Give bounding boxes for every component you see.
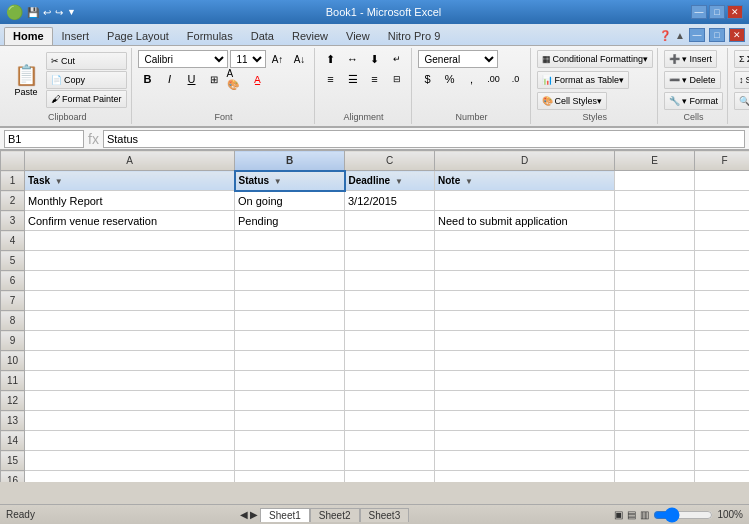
cell-E14[interactable] [615,431,695,451]
copy-button[interactable]: 📄 Copy [46,71,127,89]
cell-F13[interactable] [695,411,750,431]
tab-review[interactable]: Review [283,27,337,45]
cell-E11[interactable] [615,371,695,391]
cell-A15[interactable] [25,451,235,471]
row-number-7[interactable]: 7 [1,291,25,311]
cell-F8[interactable] [695,311,750,331]
cell-B4[interactable] [235,231,345,251]
ribbon-minimize-icon[interactable]: ▲ [675,30,685,41]
cell-A1[interactable]: Task ▼ [25,171,235,191]
maximize-button[interactable]: □ [709,5,725,19]
format-as-table-button[interactable]: 📊 Format as Table▾ [537,71,629,89]
cell-A6[interactable] [25,271,235,291]
cell-C8[interactable] [345,311,435,331]
font-color-button[interactable]: A̲ [248,70,268,88]
cell-F11[interactable] [695,371,750,391]
app-close-btn[interactable]: ✕ [729,28,745,42]
sheet-nav-prev[interactable]: ◀ [240,509,248,520]
cell-F10[interactable] [695,351,750,371]
cell-B9[interactable] [235,331,345,351]
row-number-12[interactable]: 12 [1,391,25,411]
cell-C3[interactable] [345,211,435,231]
tab-view[interactable]: View [337,27,379,45]
percent-button[interactable]: % [440,70,460,88]
cell-A8[interactable] [25,311,235,331]
decrease-decimal-button[interactable]: .0 [506,70,526,88]
quick-access-redo[interactable]: ↪ [55,7,63,18]
align-right-button[interactable]: ≡ [365,70,385,88]
wrap-text-button[interactable]: ↵ [387,50,407,68]
cell-D14[interactable] [435,431,615,451]
cell-E15[interactable] [615,451,695,471]
cell-E4[interactable] [615,231,695,251]
page-break-view-btn[interactable]: ▥ [640,509,649,520]
cell-A10[interactable] [25,351,235,371]
cell-D6[interactable] [435,271,615,291]
row-number-6[interactable]: 6 [1,271,25,291]
comma-button[interactable]: , [462,70,482,88]
sheet-tab-1[interactable]: Sheet1 [260,508,310,522]
cell-E6[interactable] [615,271,695,291]
align-bottom-button[interactable]: ⬇ [365,50,385,68]
tab-page-layout[interactable]: Page Layout [98,27,178,45]
font-family-select[interactable]: Calibri [138,50,228,68]
cell-A16[interactable] [25,471,235,483]
delete-button[interactable]: ➖ ▾ Delete [664,71,721,89]
cell-B13[interactable] [235,411,345,431]
cell-B16[interactable] [235,471,345,483]
cell-E8[interactable] [615,311,695,331]
cell-C1[interactable]: Deadline ▼ [345,171,435,191]
cell-B11[interactable] [235,371,345,391]
align-top-button[interactable]: ⬆ [321,50,341,68]
cell-C16[interactable] [345,471,435,483]
cell-D13[interactable] [435,411,615,431]
cell-D7[interactable] [435,291,615,311]
cell-B15[interactable] [235,451,345,471]
cell-E1[interactable] [615,171,695,191]
row-number-16[interactable]: 16 [1,471,25,483]
cell-C14[interactable] [345,431,435,451]
cell-D4[interactable] [435,231,615,251]
cell-A3[interactable]: Confirm venue reservation [25,211,235,231]
cell-C13[interactable] [345,411,435,431]
cell-F7[interactable] [695,291,750,311]
paste-button[interactable]: 📋 Paste [8,60,44,100]
row-number-2[interactable]: 2 [1,191,25,211]
italic-button[interactable]: I [160,70,180,88]
cell-A7[interactable] [25,291,235,311]
col-header-A[interactable]: A [25,151,235,171]
cell-E12[interactable] [615,391,695,411]
cell-B10[interactable] [235,351,345,371]
cell-D12[interactable] [435,391,615,411]
cell-E7[interactable] [615,291,695,311]
cell-C2[interactable]: 3/12/2015 [345,191,435,211]
quick-access-dropdown[interactable]: ▼ [67,7,76,17]
cell-C4[interactable] [345,231,435,251]
cell-B7[interactable] [235,291,345,311]
cell-C9[interactable] [345,331,435,351]
fill-color-button[interactable]: A🎨 [226,70,246,88]
sheet-tab-2[interactable]: Sheet2 [310,508,360,522]
row-number-15[interactable]: 15 [1,451,25,471]
col-header-C[interactable]: C [345,151,435,171]
row-number-9[interactable]: 9 [1,331,25,351]
cell-F16[interactable] [695,471,750,483]
cell-C7[interactable] [345,291,435,311]
row-number-8[interactable]: 8 [1,311,25,331]
cell-F2[interactable] [695,191,750,211]
cell-C5[interactable] [345,251,435,271]
formula-input[interactable] [103,130,745,148]
cell-E2[interactable] [615,191,695,211]
font-size-select[interactable]: 11 [230,50,266,68]
cell-B2[interactable]: On going [235,191,345,211]
cell-F12[interactable] [695,391,750,411]
cell-B6[interactable] [235,271,345,291]
cell-D2[interactable] [435,191,615,211]
format-painter-button[interactable]: 🖌 Format Painter [46,90,127,108]
cell-E5[interactable] [615,251,695,271]
cell-D16[interactable] [435,471,615,483]
name-box[interactable] [4,130,84,148]
cell-A13[interactable] [25,411,235,431]
cell-C6[interactable] [345,271,435,291]
cell-C12[interactable] [345,391,435,411]
